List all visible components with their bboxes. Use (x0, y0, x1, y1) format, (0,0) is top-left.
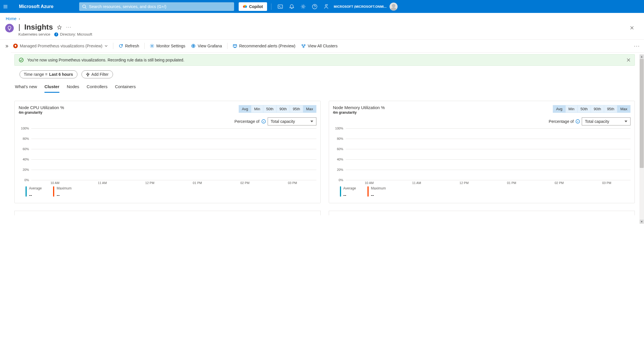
scroll-up-button[interactable]: ▲ (640, 55, 644, 59)
header-actions (271, 3, 329, 10)
account-menu[interactable]: MICROSOFT (MICROSOFT.ONMI... (334, 3, 398, 11)
info-icon[interactable] (261, 119, 266, 124)
filter-row: Time range = Last 6 hours Add Filter (14, 70, 640, 82)
tab-containers[interactable]: Containers (115, 83, 136, 93)
gridline (346, 180, 631, 180)
breadcrumb-home[interactable]: Home (6, 16, 16, 21)
legend-item-avg[interactable]: Average-- (340, 186, 356, 198)
global-search (79, 2, 234, 11)
svg-point-8 (151, 45, 153, 47)
legend-item-max[interactable]: Maximum-- (367, 186, 386, 198)
aggregation-group: AvgMin50th90th95thMax (553, 105, 631, 113)
gridline (346, 159, 631, 160)
chart-legend: Average--Maximum-- (340, 186, 631, 198)
time-range-label: Time range = (24, 72, 47, 77)
expand-nav-button[interactable] (3, 42, 11, 50)
search-icon (82, 4, 87, 9)
legend-name: Maximum (57, 186, 71, 190)
legend-color-swatch (53, 186, 54, 197)
chart-body: 100%80%60%40%20%0%10 AM11 AM12 PM01 PM02… (333, 128, 631, 198)
monitor-settings-button[interactable]: Monitor Settings (149, 42, 186, 49)
hamburger-menu-button[interactable] (3, 4, 14, 9)
insights-lightbulb-icon (5, 24, 14, 32)
grafana-icon (191, 44, 196, 48)
agg-btn-min[interactable]: Min (566, 105, 578, 113)
notifications-icon[interactable] (289, 4, 294, 9)
favorite-star-button[interactable] (57, 25, 62, 30)
more-actions-button[interactable]: ··· (66, 25, 71, 30)
vertical-scrollbar-track[interactable]: ▲ ▼ (639, 54, 644, 224)
y-tick-label: 100% (21, 127, 31, 130)
x-tick-label: 03 PM (288, 181, 297, 185)
x-tick-label: 02 PM (554, 181, 564, 185)
legend-value: -- (57, 193, 71, 198)
chevron-down-icon (104, 44, 108, 48)
view-all-clusters-button[interactable]: View All Clusters (301, 42, 338, 49)
svg-point-7 (325, 5, 327, 6)
filter-add-icon (86, 72, 90, 76)
search-input[interactable] (79, 2, 234, 11)
gridline (31, 170, 316, 170)
agg-btn-90th[interactable]: 90th (277, 105, 290, 113)
svg-point-6 (312, 4, 317, 9)
agg-btn-50th[interactable]: 50th (578, 105, 591, 113)
tab-what-s-new[interactable]: What's new (15, 83, 37, 93)
agg-btn-max[interactable]: Max (617, 105, 631, 113)
x-tick-label: 11 AM (98, 181, 107, 185)
legend-item-max[interactable]: Maximum-- (53, 186, 71, 198)
recommended-alerts-button[interactable]: Recommended alerts (Preview) (232, 42, 296, 49)
feedback-icon[interactable] (324, 4, 329, 9)
view-all-clusters-label: View All Clusters (308, 44, 338, 48)
account-label: MICROSOFT (MICROSOFT.ONMI... (334, 5, 387, 8)
legend-name: Average (29, 186, 42, 190)
settings-gear-icon[interactable] (301, 4, 306, 9)
close-icon (627, 58, 631, 62)
refresh-button[interactable]: Refresh (118, 42, 140, 49)
x-tick-label: 03 PM (602, 181, 611, 185)
legend-item-avg[interactable]: Average-- (26, 186, 42, 198)
x-axis: 10 AM11 AM12 PM01 PM02 PM03 PM (346, 181, 631, 185)
x-tick-label: 01 PM (193, 181, 202, 185)
separator (227, 43, 227, 49)
prometheus-viz-dropdown[interactable]: Managed Prometheus visualizations (Previ… (13, 42, 108, 49)
add-filter-button[interactable]: Add Filter (81, 70, 113, 78)
time-range-filter[interactable]: Time range = Last 6 hours (20, 70, 77, 78)
scrollbar-thumb[interactable] (640, 59, 644, 168)
capacity-select[interactable]: Total capacity (268, 117, 316, 125)
agg-btn-90th[interactable]: 90th (591, 105, 604, 113)
copilot-button[interactable]: Copilot (239, 2, 267, 11)
legend-name: Average (343, 186, 356, 190)
agg-btn-avg[interactable]: Avg (239, 105, 251, 113)
percentage-of-label: Percentage of (549, 119, 574, 124)
banner-dismiss-button[interactable] (627, 58, 631, 62)
percentage-of-label: Percentage of (234, 119, 259, 124)
page-title-row: | Insights ··· (18, 23, 92, 32)
success-check-icon (19, 57, 24, 63)
agg-btn-max[interactable]: Max (303, 105, 316, 113)
x-tick-label: 10 AM (50, 181, 59, 185)
brand-label[interactable]: Microsoft Azure (19, 4, 53, 9)
capacity-select[interactable]: Total capacity (582, 117, 631, 125)
agg-btn-avg[interactable]: Avg (553, 105, 565, 113)
agg-btn-min[interactable]: Min (251, 105, 263, 113)
command-bar-overflow-button[interactable]: ··· (634, 43, 640, 49)
agg-btn-95th[interactable]: 95th (604, 105, 617, 113)
directory-info[interactable]: i Directory: Microsoft (54, 32, 92, 36)
tab-nodes[interactable]: Nodes (67, 83, 79, 93)
gridline (346, 170, 631, 170)
view-grafana-button[interactable]: View Grafana (190, 42, 223, 49)
agg-btn-50th[interactable]: 50th (263, 105, 277, 113)
help-icon[interactable] (312, 4, 317, 9)
gridline (31, 128, 316, 129)
tab-cluster[interactable]: Cluster (44, 83, 59, 93)
copilot-icon (243, 4, 247, 9)
scroll-down-button[interactable]: ▼ (640, 220, 644, 224)
close-blade-button[interactable] (627, 24, 637, 31)
info-icon[interactable] (575, 119, 580, 124)
agg-btn-95th[interactable]: 95th (290, 105, 303, 113)
refresh-label: Refresh (125, 44, 139, 48)
svg-rect-4 (278, 5, 283, 8)
tab-controllers[interactable]: Controllers (87, 83, 108, 93)
cloud-shell-icon[interactable] (278, 4, 283, 9)
gridline (31, 139, 316, 139)
